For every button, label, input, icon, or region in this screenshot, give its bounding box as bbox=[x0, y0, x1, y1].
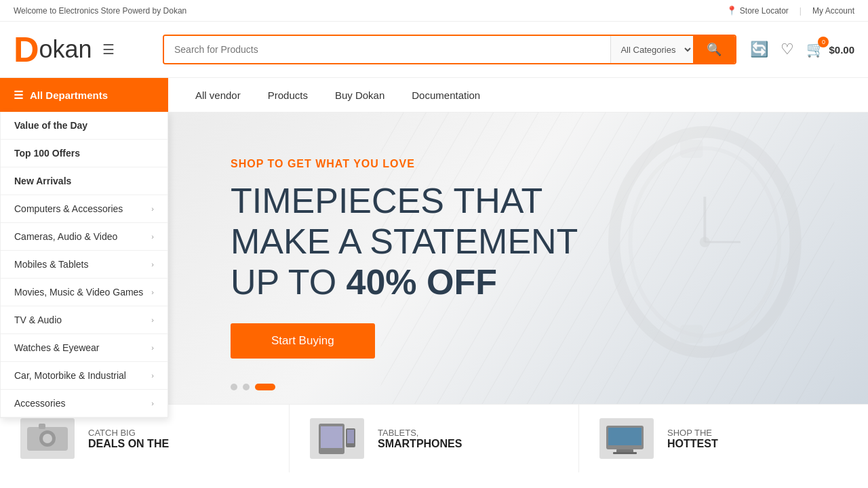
search-input[interactable] bbox=[164, 36, 610, 63]
search-bar: All Categories 🔍 bbox=[163, 35, 736, 64]
departments-dropdown: Value of the Day Top 100 Offers New Arri… bbox=[0, 112, 168, 418]
sidebar-item-label: Watches & Eyewear bbox=[14, 342, 100, 353]
cart-price: $0.00 bbox=[829, 44, 854, 56]
promo-image-3 bbox=[599, 418, 654, 459]
store-locator-link[interactable]: 📍 Store Locator bbox=[726, 5, 789, 16]
svg-rect-4 bbox=[680, 140, 703, 158]
chevron-right-icon: › bbox=[151, 288, 154, 296]
top-bar: Welcome to Electronics Store Powerd by D… bbox=[0, 0, 868, 22]
hero-title: TIMEPIECES THAT MAKE A STATEMENT UP TO 4… bbox=[231, 181, 578, 302]
nav-all-vendor[interactable]: All vendor bbox=[182, 80, 254, 110]
sidebar-item-watches[interactable]: Watches & Eyewear › bbox=[1, 334, 167, 362]
hero-line1: TIMEPIECES THAT bbox=[231, 181, 542, 220]
compare-icon[interactable]: 🔄 bbox=[750, 41, 768, 58]
hero-subtitle: SHOP TO GET WHAT YOU LOVE bbox=[231, 158, 578, 170]
pin-icon: 📍 bbox=[726, 5, 737, 16]
promo-text-3: SHOP THE HOTTEST bbox=[667, 428, 718, 450]
hero-discount: 40% OFF bbox=[347, 262, 498, 302]
promo-desc-3: HOTTEST bbox=[667, 438, 718, 450]
sidebar-item-tv-audio[interactable]: TV & Audio › bbox=[1, 306, 167, 334]
sidebar-item-top-100[interactable]: Top 100 Offers bbox=[1, 140, 167, 167]
sidebar-item-cameras[interactable]: Cameras, Audio & Video › bbox=[1, 223, 167, 251]
svg-point-8 bbox=[700, 237, 710, 247]
svg-rect-5 bbox=[680, 325, 703, 343]
chevron-right-icon: › bbox=[151, 344, 154, 352]
svg-rect-18 bbox=[608, 428, 642, 445]
sidebar-item-label: Accessories bbox=[14, 398, 65, 409]
chevron-right-icon: › bbox=[151, 371, 154, 380]
store-locator-label: Store Locator bbox=[740, 6, 789, 16]
chevron-right-icon: › bbox=[151, 399, 154, 407]
promo-desc-2: SMARTPHONES bbox=[378, 438, 462, 450]
chevron-right-icon: › bbox=[151, 260, 154, 268]
promo-label-2: TABLETS, bbox=[378, 428, 462, 438]
sidebar-item-label: TV & Audio bbox=[14, 314, 62, 325]
promo-item-3: SHOP THE HOTTEST bbox=[579, 405, 868, 472]
svg-rect-14 bbox=[321, 426, 342, 448]
promo-image-1 bbox=[20, 418, 75, 459]
hero-line2: MAKE A STATEMENT bbox=[231, 222, 578, 261]
promo-text-1: CATCH BIG DEALS ON THE bbox=[88, 428, 169, 450]
cart-icon-wrap: 🛒 0 bbox=[806, 41, 825, 58]
sidebar-item-label: Top 100 Offers bbox=[14, 148, 80, 159]
chevron-right-icon: › bbox=[151, 232, 154, 241]
sidebar-item-label: Cameras, Audio & Video bbox=[14, 231, 117, 242]
sidebar-item-label: Computers & Accessories bbox=[14, 203, 123, 214]
nav-links: All vendor Products Buy Dokan Documentat… bbox=[168, 78, 494, 112]
sidebar-item-new-arrivals[interactable]: New Arrivals bbox=[1, 167, 167, 195]
logo-rest-text: okan bbox=[39, 37, 92, 62]
logo[interactable]: D okan bbox=[14, 32, 92, 67]
promo-text-2: TABLETS, SMARTPHONES bbox=[378, 428, 462, 450]
departments-hamburger-icon: ☰ bbox=[14, 89, 23, 102]
hamburger-menu-icon[interactable]: ☰ bbox=[99, 38, 118, 61]
svg-rect-20 bbox=[613, 452, 637, 454]
chevron-right-icon: › bbox=[151, 316, 154, 324]
promo-item-2: TABLETS, SMARTPHONES bbox=[290, 405, 579, 472]
sidebar-item-label: Car, Motorbike & Industrial bbox=[14, 370, 126, 381]
cart-area[interactable]: 🛒 0 $0.00 bbox=[806, 41, 854, 58]
nav-bar: ☰ All Departments All vendor Products Bu… bbox=[0, 78, 868, 113]
header: D okan ☰ All Categories 🔍 🔄 ♡ 🛒 0 $0.00 bbox=[0, 22, 868, 78]
my-account-link[interactable]: My Account bbox=[812, 6, 854, 16]
chevron-right-icon: › bbox=[151, 205, 154, 213]
sidebar-item-car[interactable]: Car, Motorbike & Industrial › bbox=[1, 362, 167, 390]
sidebar-item-value-of-day[interactable]: Value of the Day bbox=[1, 112, 167, 140]
sidebar-item-mobiles[interactable]: Mobiles & Tablets › bbox=[1, 251, 167, 279]
nav-buy-dokan[interactable]: Buy Dokan bbox=[321, 80, 398, 110]
category-select[interactable]: All Categories bbox=[610, 36, 693, 63]
header-icons: 🔄 ♡ 🛒 0 $0.00 bbox=[750, 41, 854, 58]
promo-image-2 bbox=[310, 418, 364, 459]
svg-point-11 bbox=[43, 434, 52, 443]
logo-area: D okan ☰ bbox=[14, 32, 149, 67]
all-departments-button[interactable]: ☰ All Departments bbox=[0, 78, 168, 112]
search-button[interactable]: 🔍 bbox=[693, 36, 735, 63]
promo-label-3: SHOP THE bbox=[667, 428, 718, 438]
sidebar-item-label: New Arrivals bbox=[14, 176, 71, 186]
sidebar-item-label: Value of the Day bbox=[14, 120, 87, 131]
logo-d-letter: D bbox=[14, 32, 39, 67]
nav-documentation[interactable]: Documentation bbox=[398, 80, 494, 110]
sidebar-item-accessories[interactable]: Accessories › bbox=[1, 390, 167, 418]
sidebar-item-label: Mobiles & Tablets bbox=[14, 259, 88, 270]
start-buying-button[interactable]: Start Buying bbox=[231, 323, 375, 359]
nav-products[interactable]: Products bbox=[254, 80, 321, 110]
svg-rect-12 bbox=[39, 424, 45, 429]
sidebar-item-movies[interactable]: Movies, Music & Video Games › bbox=[1, 279, 167, 306]
welcome-text: Welcome to Electronics Store Powerd by D… bbox=[14, 6, 186, 16]
wishlist-icon[interactable]: ♡ bbox=[781, 41, 794, 58]
cart-badge: 0 bbox=[818, 37, 829, 47]
top-bar-right: 📍 Store Locator | My Account bbox=[726, 5, 854, 16]
hero-line3-prefix: UP TO bbox=[231, 262, 347, 302]
svg-rect-16 bbox=[347, 430, 354, 443]
promo-desc-1: DEALS ON THE bbox=[88, 438, 169, 450]
all-departments-label: All Departments bbox=[30, 89, 108, 101]
sidebar-item-computers[interactable]: Computers & Accessories › bbox=[1, 195, 167, 223]
sidebar-item-label: Movies, Music & Video Games bbox=[14, 287, 143, 298]
promo-label-1: CATCH BIG bbox=[88, 428, 169, 438]
divider: | bbox=[800, 6, 802, 16]
